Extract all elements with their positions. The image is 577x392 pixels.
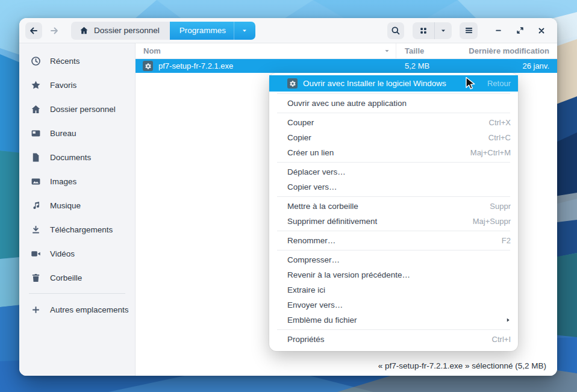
sidebar-item-recents[interactable]: Récents xyxy=(19,49,135,73)
menu-item-mettre-a-la-corbeille[interactable]: Mettre à la corbeilleSuppr xyxy=(269,199,518,214)
sidebar-item-favoris[interactable]: Favoris xyxy=(19,73,135,97)
clock-icon xyxy=(31,56,41,66)
music-icon xyxy=(31,201,41,211)
sidebar-item-label: Téléchargements xyxy=(50,225,113,234)
menu-item-shortcut: F2 xyxy=(502,236,511,245)
menu-item-label: Copier xyxy=(287,133,311,142)
column-modified-label: Dernière modification xyxy=(469,46,549,55)
menu-item-couper[interactable]: CouperCtrl+X xyxy=(269,115,518,130)
menu-item-label: Revenir à la version précédente… xyxy=(287,270,410,279)
column-header-name[interactable]: Nom xyxy=(136,43,396,58)
menu-item-shortcut: Ctrl+I xyxy=(492,335,511,344)
file-name: pf7-setup-fr-7.2.1.exe xyxy=(158,61,233,70)
menu-item-renommer[interactable]: Renommer…F2 xyxy=(269,233,518,248)
close-button[interactable] xyxy=(534,23,549,38)
menu-item-shortcut: Ctrl+C xyxy=(488,133,511,142)
sidebar-item-documents[interactable]: Documents xyxy=(19,145,135,169)
gear-icon xyxy=(287,78,298,89)
sidebar-item-corbeille[interactable]: Corbeille xyxy=(19,266,135,290)
minimize-button[interactable] xyxy=(491,23,505,38)
sidebar-item-label: Vidéos xyxy=(50,249,75,258)
menu-item-label: Emblème du fichier xyxy=(287,316,357,325)
menu-separator xyxy=(277,93,510,94)
home-icon xyxy=(31,104,41,114)
column-name-label: Nom xyxy=(143,46,161,55)
menu-item-label: Créer un lien xyxy=(287,148,334,157)
forward-button[interactable] xyxy=(46,22,63,39)
menu-separator xyxy=(277,231,510,231)
hamburger-icon xyxy=(464,26,473,35)
table-row-selected-file[interactable]: pf7-setup-fr-7.2.1.exe 5,2 MB 26 janv. xyxy=(136,59,557,73)
sidebar-item-musique[interactable]: Musique xyxy=(19,193,135,217)
back-button[interactable] xyxy=(25,22,42,39)
video-icon xyxy=(31,249,41,259)
sidebar-item-label: Corbeille xyxy=(50,273,82,282)
menu-separator xyxy=(277,196,510,197)
grid-view-button[interactable] xyxy=(413,22,434,39)
maximize-button[interactable] xyxy=(513,23,527,38)
sidebar-divider xyxy=(29,293,125,294)
hamburger-menu-button[interactable] xyxy=(460,22,478,39)
menu-item-ouvrir-avec-installer-le-logiciel-windows[interactable]: Ouvrir avec Installer le logiciel Window… xyxy=(269,75,518,92)
path-home-label: Dossier personnel xyxy=(94,26,160,35)
plus-icon xyxy=(31,305,41,315)
menu-separator xyxy=(277,162,510,163)
executable-gear-icon xyxy=(143,61,153,71)
menu-item-deplacer-vers[interactable]: Déplacer vers… xyxy=(269,164,518,179)
menu-separator xyxy=(277,329,510,330)
menu-item-shortcut: Maj+Suppr xyxy=(473,217,511,226)
menu-item-label: Compresser… xyxy=(287,255,340,264)
sidebar: RécentsFavorisDossier personnelBureauDoc… xyxy=(19,43,136,376)
menu-item-copier[interactable]: CopierCtrl+C xyxy=(269,130,518,145)
file-size: 5,2 MB xyxy=(396,61,458,70)
sidebar-item-telechargements[interactable]: Téléchargements xyxy=(19,217,135,241)
status-bar-text: « pf7-setup-fr-7.2.1.exe » sélectionné (… xyxy=(378,361,546,370)
column-header-size[interactable]: Taille xyxy=(396,46,458,55)
view-switcher xyxy=(413,22,452,39)
file-modified-date: 26 janv. xyxy=(458,61,557,70)
search-button[interactable] xyxy=(387,22,404,39)
back-arrow-icon xyxy=(29,26,39,36)
context-menu: Ouvrir avec Installer le logiciel Window… xyxy=(269,73,518,351)
menu-item-label: Copier vers… xyxy=(287,182,337,191)
sort-descending-icon xyxy=(384,48,390,54)
sidebar-item-videos[interactable]: Vidéos xyxy=(19,241,135,266)
menu-item-embleme-du-fichier[interactable]: Emblème du fichier xyxy=(269,313,518,328)
sidebar-item-label: Documents xyxy=(50,153,91,162)
sidebar-item-bureau[interactable]: Bureau xyxy=(19,121,135,145)
menu-item-ouvrir-avec-une-autre-application[interactable]: Ouvrir avec une autre application xyxy=(269,96,518,111)
path-segment-home[interactable]: Dossier personnel xyxy=(71,22,170,40)
view-options-button[interactable] xyxy=(434,22,452,39)
sidebar-item-label: Bureau xyxy=(50,129,76,138)
search-icon xyxy=(391,26,401,36)
menu-item-supprimer-definitivement[interactable]: Supprimer définitivementMaj+Suppr xyxy=(269,214,518,229)
menu-item-creer-un-lien[interactable]: Créer un lienMaj+Ctrl+M xyxy=(269,145,518,160)
menu-item-compresser[interactable]: Compresser… xyxy=(269,252,518,267)
column-size-label: Taille xyxy=(405,46,424,55)
sidebar-item-images[interactable]: Images xyxy=(19,169,135,193)
sidebar-item-autres-emplacements[interactable]: Autres emplacements xyxy=(19,297,135,322)
mouse-cursor xyxy=(464,76,478,91)
toolbar-right xyxy=(387,22,549,39)
menu-item-envoyer-vers[interactable]: Envoyer vers… xyxy=(269,297,518,313)
menu-item-label: Envoyer vers… xyxy=(287,300,343,310)
column-header-modified[interactable]: Dernière modification xyxy=(458,46,557,55)
sidebar-item-dossier-personnel[interactable]: Dossier personnel xyxy=(19,97,135,121)
sidebar-item-label: Favoris xyxy=(50,81,76,90)
sidebar-item-label: Images xyxy=(50,177,76,186)
sidebar-item-label: Dossier personnel xyxy=(50,105,116,114)
menu-item-proprietes[interactable]: PropriétésCtrl+I xyxy=(269,332,518,347)
chevron-down-icon[interactable] xyxy=(234,22,255,40)
menu-item-label: Couper xyxy=(287,118,314,127)
menu-item-copier-vers[interactable]: Copier vers… xyxy=(269,179,518,194)
path-segment-current[interactable]: Programmes xyxy=(170,22,255,40)
menu-item-shortcut: Suppr xyxy=(490,202,511,211)
minimize-icon xyxy=(494,26,503,35)
menu-item-extraire-ici[interactable]: Extraire ici xyxy=(269,282,518,297)
sidebar-item-label: Autres emplacements xyxy=(50,305,129,314)
chevron-down-icon xyxy=(440,27,447,34)
menu-item-revenir-a-la-version-precedente[interactable]: Revenir à la version précédente… xyxy=(269,267,518,282)
sidebar-item-label: Musique xyxy=(50,201,81,210)
menu-item-label: Propriétés xyxy=(287,335,325,344)
submenu-arrow-icon xyxy=(505,317,511,323)
